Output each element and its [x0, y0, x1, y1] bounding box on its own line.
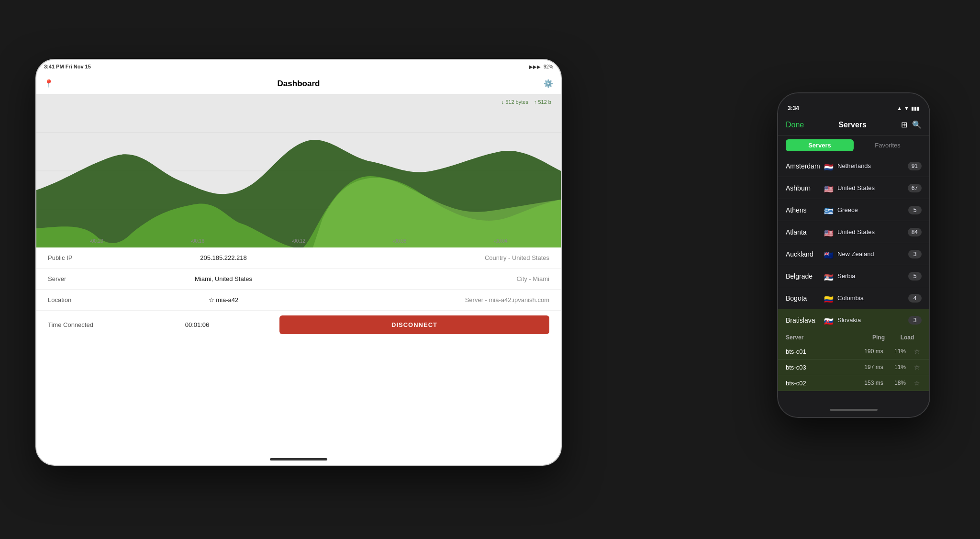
- country-name: Colombia: [837, 294, 908, 302]
- sub-server-row[interactable]: bts-c01 190 ms 11% ☆: [778, 344, 929, 359]
- sub-load-value: 11%: [888, 364, 912, 371]
- public-ip-value: 205.185.222.218: [115, 254, 332, 261]
- download-indicator: ↓ 512 bytes: [501, 99, 528, 105]
- settings-gear-icon[interactable]: ⚙️: [544, 79, 553, 88]
- time-connected-label: Time Connected: [48, 321, 115, 328]
- servers-segment-button[interactable]: Servers: [786, 139, 854, 151]
- country-name: Slovakia: [837, 316, 908, 324]
- favorite-star-icon[interactable]: ☆: [912, 379, 922, 387]
- wifi-icon: ▼: [904, 105, 909, 112]
- public-ip-label: Public IP: [48, 254, 115, 261]
- sub-load-value: 11%: [888, 348, 912, 355]
- favorite-star-icon[interactable]: ☆: [912, 348, 922, 355]
- flag-serbia-icon: 🇷🇸: [824, 273, 835, 280]
- city-value: City - Miami: [332, 275, 549, 282]
- upload-indicator: ↑ 512 b: [534, 99, 551, 105]
- flag-greece-icon: 🇬🇷: [824, 207, 835, 213]
- sub-load-value: 18%: [888, 380, 912, 386]
- city-name: Ashburn: [786, 184, 824, 192]
- done-button[interactable]: Done: [786, 121, 804, 129]
- phone-nav-title: Servers: [804, 121, 901, 129]
- list-item[interactable]: Bogota 🇨🇴 Colombia 4: [778, 287, 929, 309]
- segment-control: Servers Favorites: [778, 135, 929, 155]
- server-count-badge: 3: [908, 316, 922, 325]
- country-name: Netherlands: [837, 162, 908, 169]
- server-count-badge: 4: [908, 294, 922, 303]
- phone-device: 3:34 ▲ ▼ ▮▮▮ Done Servers ⊞ 🔍 Servers: [777, 92, 930, 418]
- flag-us2-icon: 🇺🇸: [824, 229, 835, 236]
- disconnect-button[interactable]: DISCONNECT: [279, 315, 549, 334]
- city-name: Auckland: [786, 250, 824, 258]
- battery-icon: 92%: [544, 64, 553, 69]
- country-value: Country - United States: [332, 254, 549, 261]
- traffic-chart: [36, 94, 561, 247]
- location-row: Location ☆ mia-a42 Server - mia-a42.ipva…: [36, 290, 561, 311]
- home-bar: [270, 458, 327, 460]
- favorites-segment-button[interactable]: Favorites: [854, 139, 922, 151]
- sub-ping-value: 153 ms: [859, 380, 888, 386]
- sub-server-row[interactable]: bts-c03 197 ms 11% ☆: [778, 359, 929, 375]
- city-name: Athens: [786, 206, 824, 214]
- chart-indicators: ↓ 512 bytes ↑ 512 b: [501, 99, 551, 105]
- sub-ping-value: 190 ms: [859, 348, 888, 355]
- flag-nz-icon: 🇳🇿: [824, 251, 835, 258]
- flag-netherlands-icon: 🇳🇱: [824, 163, 835, 169]
- flag-us-icon: 🇺🇸: [824, 185, 835, 191]
- time-label-1: -00:20: [89, 238, 103, 244]
- tablet-chart-area: ↓ 512 bytes ↑ 512 b -00:20: [36, 94, 561, 247]
- sub-server-row[interactable]: bts-c02 153 ms 18% ☆: [778, 375, 929, 391]
- location-pin-icon[interactable]: 📍: [44, 79, 54, 88]
- favorite-star-icon[interactable]: ☆: [912, 363, 922, 371]
- phone-status-bar: 3:34 ▲ ▼ ▮▮▮: [778, 93, 929, 114]
- server-list: Amsterdam 🇳🇱 Netherlands 91 Ashburn 🇺🇸 U…: [778, 155, 929, 403]
- chart-time-labels: -00:20 -00:16 -00:12 -00:08 -00:04: [36, 238, 561, 244]
- list-item-expanded[interactable]: Bratislava 🇸🇰 Slovakia 3: [778, 309, 929, 331]
- search-icon[interactable]: 🔍: [912, 120, 922, 129]
- phone-home-indicator: [778, 403, 929, 417]
- list-item[interactable]: Belgrade 🇷🇸 Serbia 5: [778, 265, 929, 287]
- country-name: Serbia: [837, 272, 908, 280]
- tablet-screen: 3:41 PM Fri Nov 15 ▶︎▶︎▶︎ 92% 📍 Dashboar…: [36, 60, 561, 465]
- list-item[interactable]: Atlanta 🇺🇸 United States 84: [778, 221, 929, 243]
- city-name: Bogota: [786, 294, 824, 302]
- phone-time: 3:34: [788, 105, 799, 112]
- location-label: Location: [48, 296, 115, 303]
- phone-status-icons: ▲ ▼ ▮▮▮: [897, 105, 920, 112]
- list-item[interactable]: Athens 🇬🇷 Greece 5: [778, 199, 929, 221]
- server-count-badge: 5: [908, 272, 922, 281]
- disconnect-row: Time Connected 00:01:06 DISCONNECT: [36, 311, 561, 339]
- phone-nav-icons: ⊞ 🔍: [901, 120, 922, 129]
- flag-colombia-icon: 🇨🇴: [824, 295, 835, 302]
- tablet-status-icons: ▶︎▶︎▶︎ 92%: [529, 64, 553, 69]
- phone-screen: 3:34 ▲ ▼ ▮▮▮ Done Servers ⊞ 🔍 Servers: [778, 93, 929, 417]
- tablet-nav-title: Dashboard: [278, 79, 320, 89]
- time-label-2: -00:16: [191, 238, 204, 244]
- flag-slovakia-icon: 🇸🇰: [824, 317, 835, 324]
- tablet-time: 3:41 PM Fri Nov 15: [44, 64, 529, 69]
- country-name: Greece: [837, 206, 908, 213]
- country-name: New Zealand: [837, 250, 908, 258]
- server-column-header: Server: [786, 334, 864, 341]
- scene: 3:41 PM Fri Nov 15 ▶︎▶︎▶︎ 92% 📍 Dashboar…: [35, 35, 945, 504]
- server-count-badge: 3: [908, 250, 922, 258]
- list-item[interactable]: Amsterdam 🇳🇱 Netherlands 91: [778, 155, 929, 177]
- sub-ping-value: 197 ms: [859, 364, 888, 371]
- server-label: Server: [48, 275, 115, 282]
- server-row-info: Server Miami, United States City - Miami: [36, 269, 561, 290]
- tablet-info-section: Public IP 205.185.222.218 Country - Unit…: [36, 247, 561, 453]
- country-name: United States: [837, 184, 908, 191]
- list-item[interactable]: Auckland 🇳🇿 New Zealand 3: [778, 243, 929, 265]
- city-name: Belgrade: [786, 272, 824, 280]
- server-value: Miami, United States: [115, 275, 332, 282]
- public-ip-row: Public IP 205.185.222.218 Country - Unit…: [36, 247, 561, 269]
- list-item[interactable]: Ashburn 🇺🇸 United States 67: [778, 177, 929, 199]
- load-column-header: Load: [893, 334, 922, 341]
- sub-server-name: bts-c02: [786, 380, 859, 387]
- tablet-home-indicator: [36, 453, 561, 465]
- tablet-status-bar: 3:41 PM Fri Nov 15 ▶︎▶︎▶︎ 92%: [36, 60, 561, 73]
- filter-icon[interactable]: ⊞: [901, 120, 907, 129]
- city-name: Atlanta: [786, 228, 824, 236]
- city-name: Bratislava: [786, 316, 824, 324]
- time-label-5: -00:04: [494, 238, 507, 244]
- city-name: Amsterdam: [786, 162, 824, 170]
